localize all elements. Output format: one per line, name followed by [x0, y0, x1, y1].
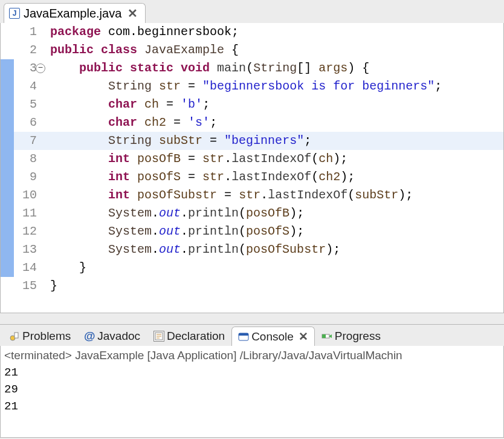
console-output-line: 29 — [4, 381, 500, 398]
code-text: System.out.println(posOfB); — [39, 204, 304, 223]
tab-declaration[interactable]: Declaration — [147, 327, 231, 346]
tab-label: Problems — [22, 330, 71, 343]
code-line[interactable]: 4 String str = "beginnersbook is for beg… — [1, 77, 503, 96]
code-line[interactable]: 7 String subStr = "beginners"; — [1, 132, 503, 150]
line-number: 8 — [14, 150, 39, 168]
gutter-marker — [1, 132, 14, 150]
tab-label: Javadoc — [97, 330, 140, 343]
line-number: 11 — [14, 204, 39, 223]
bottom-tabstrip: Problems @ Javadoc Declaration Console ✕… — [0, 324, 504, 346]
line-number: 14 — [14, 259, 39, 277]
gutter-marker — [1, 277, 14, 295]
code-text: int posOfSubstr = str.lastIndexOf(subStr… — [39, 186, 413, 204]
gutter-marker — [1, 59, 14, 77]
code-line[interactable]: 11 System.out.println(posOfB); — [1, 204, 503, 223]
code-line[interactable]: 1 package com.beginnersbook; — [1, 23, 503, 41]
line-number: 12 — [14, 223, 39, 241]
console-status: <terminated> JavaExample [Java Applicati… — [4, 347, 500, 364]
code-line[interactable]: 3− public static void main(String[] args… — [1, 59, 503, 77]
gutter-marker — [1, 186, 14, 204]
code-text: } — [39, 259, 86, 277]
fold-toggle-icon[interactable]: − — [36, 63, 45, 73]
line-number: 4 — [14, 77, 39, 96]
tab-console[interactable]: Console ✕ — [231, 327, 315, 346]
line-number: 9 — [14, 168, 39, 186]
gutter-marker — [1, 223, 14, 241]
tab-label: Declaration — [167, 330, 225, 343]
svg-rect-6 — [322, 334, 326, 338]
gutter-marker — [1, 114, 14, 132]
svg-rect-1 — [15, 333, 18, 338]
gutter-marker — [1, 96, 14, 114]
code-text: char ch = 'b'; — [39, 96, 210, 114]
code-line[interactable]: 14 } — [1, 259, 503, 277]
line-number: 1 — [14, 23, 39, 41]
gutter-marker — [1, 168, 14, 186]
code-text: String subStr = "beginners"; — [39, 132, 311, 150]
close-icon[interactable]: ✕ — [299, 330, 308, 343]
gutter-marker — [1, 150, 14, 168]
gutter-marker — [1, 41, 14, 59]
javadoc-icon: @ — [84, 331, 95, 342]
panel-gap — [0, 313, 504, 324]
svg-rect-4 — [239, 333, 248, 336]
console-output-line: 21 — [4, 398, 500, 415]
line-number: 3− — [14, 59, 39, 77]
editor-tab-filename: JavaExample.java — [24, 7, 121, 21]
console-panel[interactable]: <terminated> JavaExample [Java Applicati… — [0, 346, 504, 438]
line-number: 15 — [14, 277, 39, 295]
line-number: 2 — [14, 41, 39, 59]
java-file-icon: J — [9, 8, 20, 19]
gutter-marker — [1, 241, 14, 259]
close-icon[interactable]: ✕ — [128, 6, 138, 21]
code-line[interactable]: 5 char ch = 'b'; — [1, 96, 503, 114]
code-text: System.out.println(posOfS); — [39, 223, 304, 241]
editor-tabstrip: J JavaExample.java ✕ — [0, 0, 504, 23]
code-line[interactable]: 13 System.out.println(posOfSubstr); — [1, 241, 503, 259]
tab-label: Progress — [335, 330, 381, 343]
code-text: public static void main(String[] args) { — [39, 59, 369, 77]
code-line[interactable]: 9 int posOfS = str.lastIndexOf(ch2); — [1, 168, 503, 186]
console-icon — [238, 331, 249, 342]
gutter-marker — [1, 204, 14, 223]
gutter-marker — [1, 259, 14, 277]
problems-icon — [9, 331, 20, 342]
editor-tab-javaexample[interactable]: J JavaExample.java ✕ — [4, 3, 146, 23]
code-text: public class JavaExample { — [39, 41, 239, 59]
code-text: String str = "beginnersbook is for begin… — [39, 77, 442, 96]
code-line[interactable]: 10 int posOfSubstr = str.lastIndexOf(sub… — [1, 186, 503, 204]
code-line[interactable]: 15 } — [1, 277, 503, 295]
code-text: package com.beginnersbook; — [39, 23, 239, 41]
tab-problems[interactable]: Problems — [2, 327, 77, 346]
code-text: } — [39, 277, 57, 295]
tab-label: Console — [251, 330, 294, 343]
gutter-marker — [1, 23, 14, 41]
line-number: 5 — [14, 96, 39, 114]
code-editor[interactable]: 1 package com.beginnersbook; 2 public cl… — [0, 23, 504, 313]
tab-javadoc[interactable]: @ Javadoc — [77, 327, 147, 346]
code-line[interactable]: 6 char ch2 = 's'; — [1, 114, 503, 132]
tab-progress[interactable]: Progress — [315, 327, 387, 346]
code-text: char ch2 = 's'; — [39, 114, 217, 132]
line-number: 13 — [14, 241, 39, 259]
line-number: 10 — [14, 186, 39, 204]
code-text: System.out.println(posOfSubstr); — [39, 241, 340, 259]
gutter-marker — [1, 77, 14, 96]
progress-icon — [321, 331, 332, 342]
line-number: 6 — [14, 114, 39, 132]
line-number: 7 — [14, 132, 39, 150]
code-text: int posOfS = str.lastIndexOf(ch2); — [39, 168, 355, 186]
code-text: int posOfB = str.lastIndexOf(ch); — [39, 150, 347, 168]
code-line[interactable]: 8 int posOfB = str.lastIndexOf(ch); — [1, 150, 503, 168]
declaration-icon — [153, 331, 164, 342]
code-line[interactable]: 12 System.out.println(posOfS); — [1, 223, 503, 241]
code-line[interactable]: 2 public class JavaExample { — [1, 41, 503, 59]
console-output-line: 21 — [4, 364, 500, 381]
